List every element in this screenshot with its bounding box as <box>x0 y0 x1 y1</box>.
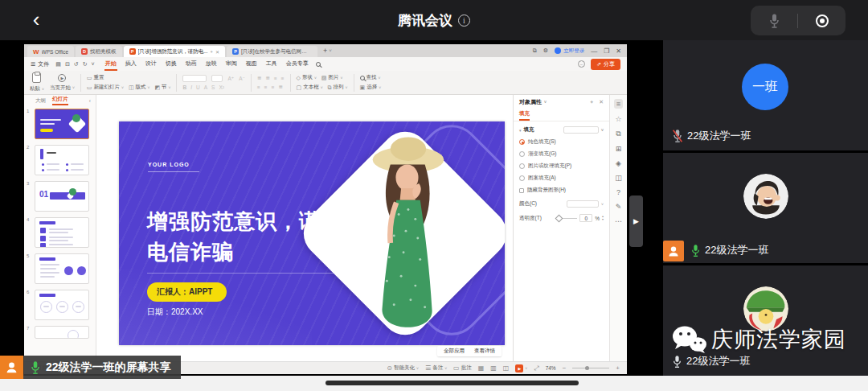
participant-tile-2[interactable]: 22级法学一班 <box>663 153 868 263</box>
paste-button[interactable]: 粘贴˅ <box>30 85 44 93</box>
restore-button[interactable]: ❐ <box>604 47 609 55</box>
tab-insert[interactable]: 插入 <box>125 58 137 71</box>
tab-member[interactable]: 会员专享 <box>285 58 309 71</box>
help-icon[interactable]: ? <box>616 188 620 196</box>
slide-main[interactable]: YOUR LOGO 增强防范意识，谨防 电信诈骗 汇报人：AIPPT 日期：20… <box>119 121 505 345</box>
search-icon[interactable] <box>316 62 321 67</box>
panes-icon[interactable]: ⧉ <box>533 47 537 54</box>
notes-button[interactable]: ☰ 备注 ˅ <box>425 364 447 372</box>
radio-picture-fill[interactable]: 图片或纹理填充(P) <box>519 163 604 170</box>
save-icon[interactable]: ▤ <box>55 61 61 68</box>
close-tab-icon[interactable]: ✕ <box>215 49 219 55</box>
record-icon[interactable] <box>816 14 829 27</box>
pin-panel-icon[interactable]: ⌖ <box>590 99 593 105</box>
thumbnail-slide-6[interactable] <box>35 290 89 320</box>
settings-gear-icon[interactable]: ⚙ <box>543 47 548 54</box>
tab-slides[interactable]: 幻灯片 <box>52 96 68 105</box>
mic-icon[interactable] <box>768 13 780 29</box>
share-document-button[interactable]: ⇗ 分享 <box>591 59 620 70</box>
fill-tab[interactable]: 填充 <box>519 110 530 121</box>
reading-view-icon[interactable]: ◫ <box>503 364 510 372</box>
collapse-panel-icon[interactable]: ‹ <box>89 98 91 104</box>
close-button[interactable]: ✕ <box>616 47 621 55</box>
diamond-tool-icon[interactable]: ◈ <box>616 159 621 167</box>
textbox-button[interactable]: ▢文本框˅ <box>297 84 323 91</box>
radio-pattern-fill[interactable]: 图案填充(A) <box>519 175 604 182</box>
fill-style-select[interactable] <box>563 126 599 134</box>
layout-panel-icon[interactable]: ◫ <box>615 174 622 182</box>
edit-pen-icon[interactable]: ✎ <box>616 203 622 211</box>
beautify-button[interactable]: ⊙ 智能美化 ˅ <box>387 364 419 372</box>
thumbnail-slide-5[interactable] <box>35 253 89 284</box>
transparency-input[interactable]: 0 <box>579 214 592 222</box>
slide-canvas[interactable]: YOUR LOGO 增强防范意识，谨防 电信诈骗 汇报人：AIPPT 日期：20… <box>96 95 513 361</box>
layers-icon[interactable]: ⧉ <box>616 130 620 138</box>
pin-icon[interactable]: ⌖ <box>211 49 213 55</box>
thumbnail-slide-4[interactable] <box>35 217 89 248</box>
zoom-out-icon[interactable]: − <box>563 364 567 372</box>
sidebar-expand-handle[interactable]: ▶ <box>629 196 643 247</box>
tab-view[interactable]: 视图 <box>245 58 258 71</box>
checkbox-hide-background[interactable]: 隐藏背景图形(H) <box>519 187 604 194</box>
tab-tools[interactable]: 工具 <box>265 58 278 71</box>
properties-strip-icon[interactable]: ≡ <box>614 99 623 109</box>
tab-transition[interactable]: 切换 <box>165 58 178 71</box>
minimize-button[interactable]: — <box>591 47 597 55</box>
thumbnail-slide-2[interactable] <box>35 145 89 175</box>
thumbnail-slide-1[interactable] <box>35 109 89 139</box>
tab-other-presentation[interactable]: P [只读]在校学生参与电信网络诈骗活... <box>227 46 317 57</box>
tab-review[interactable]: 审阅 <box>225 58 238 71</box>
zoom-slider[interactable] <box>572 368 609 368</box>
undo-icon[interactable]: ↺ <box>74 61 79 68</box>
close-panel-icon[interactable]: ✕ <box>599 99 604 105</box>
file-menu[interactable]: ☰ 文件 <box>31 60 49 68</box>
hide-ribbon-icon[interactable]: − <box>578 60 585 68</box>
select-button[interactable]: ▣选择˅ <box>360 84 382 91</box>
color-select[interactable] <box>567 200 599 208</box>
comments-button[interactable]: ▭ 批注 <box>453 364 472 372</box>
layout-button[interactable]: ◫版式˅ <box>129 84 150 91</box>
new-slide-button[interactable]: ▭新建幻灯片˅ <box>87 84 124 91</box>
zoom-in-icon[interactable]: + <box>616 364 620 372</box>
slideshow-button[interactable]: ▶ ˅ <box>515 364 527 372</box>
screen-share-badge[interactable]: 22级法学一班的屏幕共享 <box>0 356 181 379</box>
tab-docer-templates[interactable]: D 找稻壳模板 <box>76 46 122 57</box>
view-details-link[interactable]: 查看详情 <box>474 348 495 355</box>
thumbnail-slide-7[interactable] <box>35 326 89 339</box>
play-from-current-button[interactable]: 当页开始˅ <box>50 84 75 92</box>
transparency-slider[interactable] <box>556 218 577 219</box>
shapes-button[interactable]: ◇形状˅ <box>297 74 317 81</box>
grid-icon[interactable]: ⊞ <box>616 145 622 153</box>
radio-gradient-fill[interactable]: 渐变填充(G) <box>519 150 604 158</box>
tab-slideshow[interactable]: 放映 <box>205 58 218 71</box>
expand-icon[interactable]: ▾ <box>519 128 522 133</box>
normal-view-icon[interactable]: ▦ <box>478 364 485 372</box>
more-icon[interactable]: ⋯ <box>615 217 622 225</box>
reset-button[interactable]: ▭重置 <box>87 74 104 81</box>
output-icon[interactable]: ⊟ <box>65 61 70 68</box>
section-button[interactable]: ◩节˅ <box>154 84 170 91</box>
tab-home[interactable]: 开始 <box>104 58 117 71</box>
radio-solid-fill[interactable]: 纯色填充(S) <box>519 138 604 146</box>
tab-wps-home[interactable]: W WPS Office <box>27 46 74 57</box>
apply-all-button[interactable]: 全部应用 <box>444 348 465 355</box>
zoom-level[interactable]: 74% <box>546 365 556 371</box>
participant-tile-3[interactable]: 22级法学一班 <box>663 265 868 376</box>
find-button[interactable]: 查找˅ <box>360 74 381 81</box>
thumbnail-slide-3[interactable]: 01 <box>35 181 89 212</box>
new-tab-button[interactable]: + ˅ <box>318 44 337 57</box>
login-button[interactable]: 立即登录 <box>555 47 584 55</box>
tab-current-presentation[interactable]: P [只读]增强防范意识，谨防电... ⌖ ✕ <box>124 46 225 57</box>
star-recommend-icon[interactable]: ☆ <box>615 115 621 123</box>
fullscreen-icon[interactable]: ⤢ <box>534 364 538 372</box>
caret-down-icon[interactable]: ˅ <box>92 61 95 68</box>
home-indicator[interactable] <box>326 381 579 385</box>
picture-button[interactable]: ▨图片˅ <box>321 74 343 81</box>
arrange-button[interactable]: ⧉排列˅ <box>328 84 348 91</box>
redo-icon[interactable]: ↻ <box>83 61 88 68</box>
tab-design[interactable]: 设计 <box>145 58 158 71</box>
info-icon[interactable]: i <box>458 14 470 27</box>
sorter-view-icon[interactable]: ▥ <box>490 364 497 372</box>
tab-animation[interactable]: 动画 <box>185 58 198 71</box>
participant-tile-1[interactable]: 一班 22级法学一班 <box>663 40 868 150</box>
